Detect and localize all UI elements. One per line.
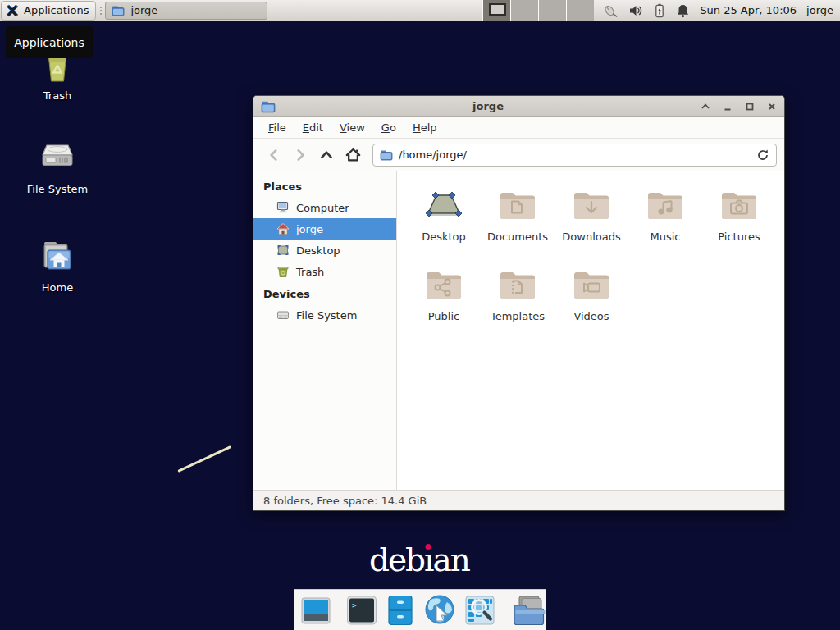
file-music[interactable]: Music — [628, 181, 702, 261]
svg-text:>_: >_ — [352, 601, 361, 609]
back-button[interactable] — [261, 144, 287, 167]
file-icon-view[interactable]: Desktop Documents — [397, 171, 784, 490]
applications-tooltip: Applications — [6, 26, 93, 58]
file-label: Templates — [491, 310, 545, 322]
menu-file[interactable]: File — [260, 118, 294, 137]
desktop-folder-icon — [424, 185, 463, 225]
workspace-3[interactable] — [538, 0, 566, 21]
path-entry[interactable]: /home/jorge/ — [372, 144, 777, 167]
file-manager-window: jorge File Edit View Go Help — [253, 95, 785, 511]
workspace-2[interactable] — [510, 0, 538, 21]
desktop-icon-home[interactable]: Home — [18, 236, 97, 294]
terminal-icon: >_ — [345, 594, 378, 627]
toolbar: /home/jorge/ — [253, 139, 784, 171]
file-public[interactable]: Public — [407, 261, 481, 340]
reload-button[interactable] — [756, 148, 769, 162]
sidebar-item-label: Trash — [296, 266, 324, 278]
volume-icon[interactable] — [628, 3, 643, 18]
templates-folder-icon — [498, 265, 537, 304]
file-label: Desktop — [422, 231, 466, 243]
file-desktop[interactable]: Desktop — [407, 181, 481, 261]
file-templates[interactable]: Templates — [481, 261, 555, 340]
taskbar-window-label: jorge — [130, 4, 158, 16]
file-manager-launcher[interactable] — [385, 594, 416, 627]
desktop-icon-label: Trash — [43, 89, 71, 102]
battery-icon[interactable] — [653, 3, 666, 18]
menu-go[interactable]: Go — [373, 118, 404, 137]
taskbar-window-button[interactable]: jorge — [105, 2, 267, 20]
sidebar-item-label: File System — [296, 309, 357, 322]
path-text: /home/jorge/ — [399, 148, 467, 161]
file-documents[interactable]: Documents — [481, 181, 555, 261]
drive-icon — [276, 308, 290, 322]
directory-menu-button[interactable] — [509, 593, 547, 628]
maximize-button[interactable] — [745, 102, 755, 112]
workspace-4[interactable] — [566, 0, 594, 21]
desktop-icon-label: Home — [42, 281, 73, 294]
system-tray — [602, 3, 690, 18]
panel-handle[interactable] — [98, 3, 103, 18]
documents-folder-icon — [498, 185, 537, 225]
xfce-menu-icon — [5, 3, 20, 18]
workspace-1[interactable] — [482, 0, 510, 21]
public-folder-icon — [424, 265, 463, 304]
desktop-icon-label: File System — [27, 183, 88, 195]
file-label: Public — [428, 310, 459, 322]
minimize-button[interactable] — [723, 102, 733, 112]
window-title: jorge — [276, 100, 701, 112]
statusbar: 8 folders, Free space: 14.4 GiB — [253, 490, 784, 510]
menu-edit[interactable]: Edit — [294, 118, 331, 137]
sidebar-item-trash[interactable]: Trash — [253, 261, 396, 282]
panel-clock[interactable]: Sun 25 Apr, 10:06 — [700, 4, 797, 16]
desktop-icon — [276, 244, 290, 257]
desktop-icon-file-system[interactable]: File System — [18, 138, 97, 195]
videos-folder-icon — [572, 265, 611, 304]
top-panel: Applications jorge — [0, 0, 840, 21]
file-label: Videos — [573, 310, 609, 322]
computer-icon — [276, 201, 290, 214]
sidebar-item-label: Desktop — [296, 244, 340, 257]
mouse-icon[interactable] — [602, 3, 619, 18]
applications-menu-label: Applications — [24, 4, 89, 16]
sidebar-item-label: Computer — [296, 202, 349, 214]
shade-button[interactable] — [701, 102, 710, 112]
tooltip-text: Applications — [14, 36, 84, 49]
file-pictures[interactable]: Pictures — [702, 181, 776, 261]
file-downloads[interactable]: Downloads — [555, 181, 628, 261]
dock-panel: >_ — [294, 589, 546, 630]
web-browser-launcher[interactable] — [422, 593, 457, 628]
path-folder-icon — [380, 149, 393, 161]
web-browser-icon — [422, 593, 457, 628]
workspace-pager — [482, 0, 594, 21]
sidebar-item-computer[interactable]: Computer — [253, 197, 396, 218]
file-label: Pictures — [718, 231, 760, 243]
sidebar-item-file-system[interactable]: File System — [253, 304, 396, 326]
applications-menu-button[interactable]: Applications — [1, 1, 96, 21]
up-button[interactable] — [313, 144, 340, 167]
close-button[interactable] — [767, 102, 777, 112]
debian-logo: debıan — [358, 541, 481, 578]
debian-logo-dot — [426, 544, 431, 550]
home-button[interactable] — [340, 144, 366, 167]
app-finder-launcher[interactable] — [463, 594, 496, 627]
menubar: File Edit View Go Help — [253, 117, 784, 139]
sidebar-item-desktop[interactable]: Desktop — [253, 240, 396, 261]
sidebar-header-places: Places — [253, 175, 396, 197]
directory-menu-icon — [509, 593, 547, 628]
notifications-icon[interactable] — [676, 3, 690, 18]
window-folder-icon — [261, 100, 276, 113]
show-desktop-button[interactable] — [299, 594, 332, 627]
trash-icon — [276, 265, 290, 278]
panel-user-menu[interactable]: jorge — [806, 4, 833, 16]
window-titlebar[interactable]: jorge — [253, 96, 784, 117]
terminal-launcher[interactable]: >_ — [345, 594, 378, 627]
menu-view[interactable]: View — [331, 118, 373, 137]
statusbar-text: 8 folders, Free space: 14.4 GiB — [263, 495, 427, 507]
file-videos[interactable]: Videos — [555, 261, 628, 340]
menu-help[interactable]: Help — [404, 118, 445, 137]
workspace-window-thumb — [489, 3, 506, 16]
sidebar-item-jorge[interactable]: jorge — [253, 218, 396, 240]
file-label: Documents — [487, 231, 548, 243]
music-folder-icon — [646, 185, 685, 225]
forward-button[interactable] — [287, 144, 313, 167]
